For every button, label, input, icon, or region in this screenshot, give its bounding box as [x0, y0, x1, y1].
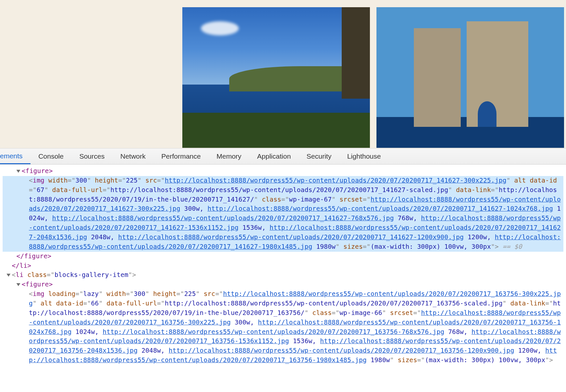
dom-figure-open[interactable]: <figure>: [3, 167, 563, 176]
disclosure-down-icon[interactable]: [7, 274, 10, 277]
disclosure-down-icon[interactable]: [16, 283, 20, 286]
gallery-image-2[interactable]: [376, 7, 564, 148]
image-gallery: [182, 7, 564, 148]
dom-li-open[interactable]: <li class="blocks-gallery-item">: [3, 270, 563, 280]
dom-figure-close[interactable]: </figure>: [3, 252, 563, 261]
tab-lighthouse[interactable]: Lighthouse: [339, 148, 389, 164]
dom-figure-open-2[interactable]: <figure>: [3, 280, 563, 289]
dom-img-node-2[interactable]: <img loading="lazy" width="300" height="…: [3, 289, 563, 365]
gallery-image-1[interactable]: [182, 7, 370, 148]
tab-network[interactable]: Network: [112, 148, 153, 164]
tab-performance[interactable]: Performance: [153, 148, 209, 164]
dom-li-close[interactable]: </li>: [3, 261, 563, 271]
tab-elements[interactable]: ements: [0, 148, 30, 164]
disclosure-down-icon[interactable]: [16, 170, 20, 173]
src-link[interactable]: http://localhost:8888/wordpress55/wp-con…: [165, 177, 507, 184]
tab-memory[interactable]: Memory: [209, 148, 249, 164]
tab-sources[interactable]: Sources: [71, 148, 112, 164]
dom-img-node-1-selected[interactable]: <img width="300" height="225" src="http:…: [3, 176, 563, 252]
selected-node-hint: == $0: [503, 243, 522, 250]
tab-security[interactable]: Security: [299, 148, 339, 164]
dom-tree-pane[interactable]: <figure> <img width="300" height="225" s…: [0, 165, 566, 365]
tab-application[interactable]: Application: [249, 148, 299, 164]
rendered-page-pane: [0, 0, 566, 148]
devtools-tabbar: ements Console Sources Network Performan…: [0, 148, 566, 165]
tab-console[interactable]: Console: [30, 148, 71, 164]
